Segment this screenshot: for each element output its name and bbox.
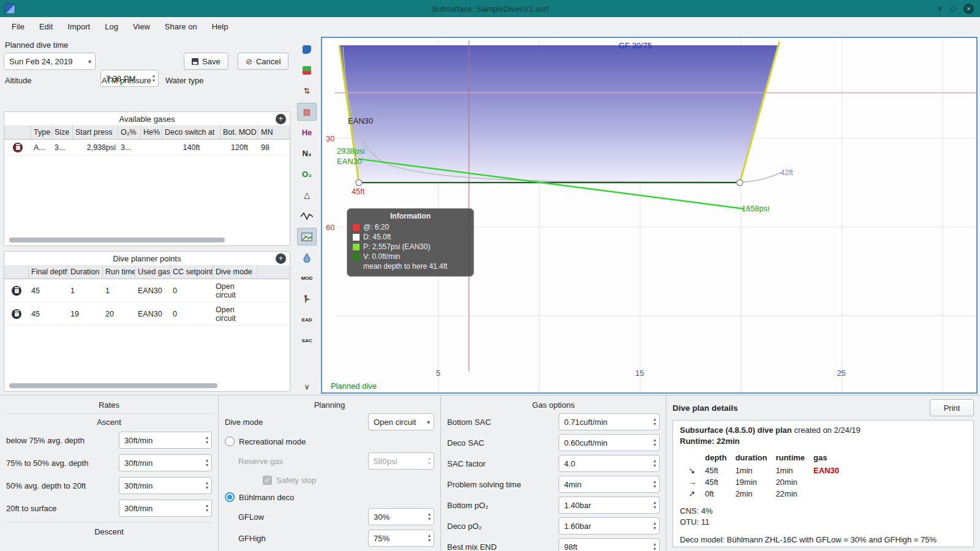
spinner-arrows-icon[interactable]: ▴▾ — [654, 519, 656, 533]
add-point-button[interactable]: + — [276, 253, 286, 264]
rate-spinner-1[interactable]: 30ft/min▴▾ — [119, 432, 212, 449]
menu-import[interactable]: Import — [61, 20, 97, 34]
dive-profile-chart[interactable]: GF 30/75 EAN30 2938psi EAN30 45ft 42ft 1… — [321, 37, 978, 394]
points-col-setpoint[interactable]: CC setpoint — [170, 265, 213, 279]
deco-sac-spinner[interactable]: 0.60cuft/min▴▾ — [559, 434, 660, 451]
menu-share-on[interactable]: Share on — [158, 20, 204, 34]
save-button[interactable]: Save — [184, 53, 228, 70]
info-tooltip[interactable]: Information @: 6:20 D: 45.0ft P: 2,557ps… — [347, 208, 474, 277]
spinner-arrows-icon[interactable]: ▴▾ — [654, 539, 656, 551]
sac-icon[interactable]: SAC — [297, 332, 317, 350]
mod-icon[interactable]: MOD — [297, 269, 317, 287]
calc-ceiling-icon[interactable]: ⇅ — [297, 82, 317, 100]
gases-col-mnd[interactable]: MN — [258, 126, 290, 140]
planner-handle-1[interactable] — [356, 179, 362, 186]
dive-computer-icon[interactable] — [297, 40, 317, 58]
dive-date-combo[interactable]: Sun Feb 24, 2019▾ — [4, 53, 96, 70]
dive-mode-combo[interactable]: Open circuit▾ — [368, 413, 434, 430]
point-cell[interactable]: 45 — [29, 279, 68, 302]
menu-view[interactable]: View — [126, 20, 157, 34]
point-cell[interactable]: 1 — [68, 279, 103, 302]
gases-col-he[interactable]: He% — [141, 126, 162, 140]
add-gas-button[interactable]: + — [276, 114, 286, 124]
point-cell[interactable]: 1 — [103, 279, 135, 302]
gases-col-size[interactable]: Size — [52, 126, 73, 140]
gas-cell-start-press[interactable]: 2,938psi — [73, 140, 118, 156]
gases-col-type[interactable]: Type — [31, 126, 52, 140]
gflow-spinner[interactable]: 30%▴▾ — [368, 508, 434, 525]
ndl-icon[interactable] — [297, 290, 317, 308]
points-col-depth[interactable]: Final depth — [29, 265, 68, 279]
rate-spinner-2[interactable]: 30ft/min▴▾ — [119, 454, 212, 471]
spinner-arrows-icon[interactable]: ▴▾ — [428, 509, 431, 524]
menu-edit[interactable]: Edit — [32, 20, 59, 34]
maximize-icon[interactable]: ◇ — [950, 4, 956, 13]
spinner-arrows-icon[interactable]: ▴▾ — [654, 456, 656, 471]
heartrate-icon[interactable] — [297, 207, 317, 225]
menu-log[interactable]: Log — [98, 20, 125, 34]
shade-icon[interactable]: ∨ — [937, 4, 943, 13]
point-cell[interactable]: 20 — [103, 302, 135, 326]
spinner-arrows-icon[interactable]: ▴▾ — [654, 498, 656, 512]
delete-point-icon[interactable] — [4, 302, 29, 326]
ead-icon[interactable]: EAD — [297, 311, 317, 329]
gas-cell-size[interactable]: 3... — [52, 140, 73, 156]
collapse-toolbar-icon[interactable]: ∨ — [304, 382, 310, 391]
spinner-arrows-icon[interactable]: ▴▾ — [206, 501, 208, 515]
point-cell[interactable]: 19 — [68, 302, 103, 326]
buhlmann-radio[interactable] — [225, 492, 235, 502]
warning-icon[interactable]: △ — [297, 186, 317, 204]
tissues-icon[interactable] — [297, 249, 317, 266]
rate-spinner-4[interactable]: 30ft/min▴▾ — [119, 500, 212, 517]
spinner-arrows-icon[interactable]: ▴▾ — [654, 414, 656, 429]
he-graph-icon[interactable]: He — [297, 124, 317, 141]
point-cell[interactable]: 0 — [170, 302, 213, 326]
gas-cell-bot-mod[interactable]: 120ft — [221, 140, 258, 156]
rate-spinner-3[interactable]: 30ft/min▴▾ — [119, 477, 212, 494]
spinner-arrows-icon[interactable]: ▴▾ — [428, 531, 431, 545]
gases-col-bot-mod[interactable]: Bot. MOD — [221, 126, 258, 140]
point-cell[interactable]: 45 — [29, 302, 68, 326]
gas-cell-he[interactable] — [141, 140, 162, 156]
best-mix-end-spinner[interactable]: 98ft▴▾ — [559, 538, 660, 551]
ceiling-icon[interactable] — [297, 61, 317, 79]
titlebar[interactable]: Subsurface: SampleDivesV2.ssrf ∨ ◇ × — [0, 0, 980, 17]
o2-graph-icon[interactable]: O₂ — [297, 165, 317, 183]
spinner-arrows-icon[interactable]: ▴▾ — [206, 455, 208, 470]
planner-handle-2[interactable] — [737, 179, 743, 186]
bottom-po2-spinner[interactable]: 1.40bar▴▾ — [559, 497, 660, 514]
menu-help[interactable]: Help — [205, 20, 235, 34]
gases-col-o2[interactable]: O₂% — [118, 126, 141, 140]
gas-cell-type[interactable]: A... — [31, 140, 52, 156]
points-col-runtime[interactable]: Run time — [103, 265, 135, 279]
delete-gas-icon[interactable] — [4, 140, 31, 156]
recreational-radio[interactable] — [225, 437, 235, 446]
spinner-arrows-icon[interactable]: ▴▾ — [654, 435, 656, 450]
spinner-arrows-icon[interactable]: ▴▾ — [206, 478, 208, 493]
points-col-duration[interactable]: Duration — [68, 265, 103, 279]
point-cell[interactable]: EAN30 — [135, 302, 170, 326]
gfhigh-spinner[interactable]: 75%▴▾ — [368, 530, 434, 547]
point-cell[interactable]: 0 — [170, 279, 213, 302]
sac-factor-spinner[interactable]: 4.0▴▾ — [559, 455, 660, 472]
points-col-divemode[interactable]: Dive mode — [213, 265, 257, 279]
spinner-arrows-icon[interactable]: ▴▾ — [153, 71, 155, 86]
menu-file[interactable]: File — [5, 20, 31, 34]
gases-col-deco-switch[interactable]: Deco switch at — [162, 126, 221, 140]
gas-cell-o2[interactable]: 3... — [118, 140, 141, 156]
cancel-button[interactable]: ⊘Cancel — [238, 53, 288, 70]
points-col-gas[interactable]: Used gas — [135, 265, 170, 279]
spinner-arrows-icon[interactable]: ▴▾ — [206, 433, 208, 448]
gas-cell-deco-switch[interactable]: 140ft — [162, 140, 221, 156]
spinner-arrows-icon[interactable]: ▴▾ — [654, 477, 656, 492]
gases-hscrollbar[interactable] — [9, 238, 225, 242]
print-button[interactable]: Print — [930, 399, 974, 416]
n2-graph-icon[interactable]: N₂ — [297, 144, 317, 162]
bottom-sac-spinner[interactable]: 0.71cuft/min▴▾ — [559, 413, 660, 430]
points-hscrollbar[interactable] — [9, 383, 217, 388]
ruler-icon[interactable]: ▤ — [297, 103, 317, 121]
close-icon[interactable]: × — [963, 4, 974, 14]
deco-po2-spinner[interactable]: 1.60bar▴▾ — [559, 517, 660, 534]
delete-point-icon[interactable] — [4, 279, 29, 302]
photos-icon[interactable] — [297, 228, 317, 246]
